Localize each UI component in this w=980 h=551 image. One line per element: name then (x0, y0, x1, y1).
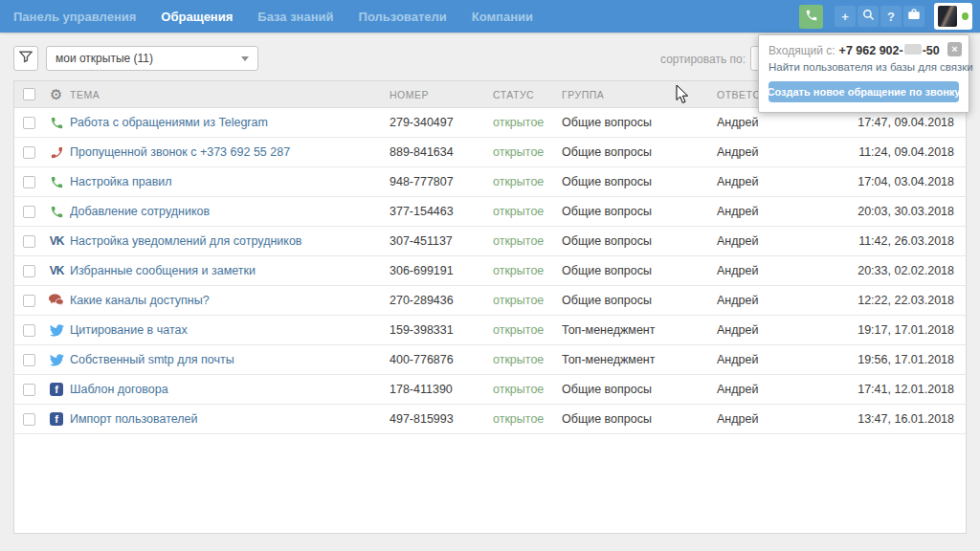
topic-cell: Собственный smtp для почты (70, 353, 390, 366)
row-checkbox[interactable] (23, 117, 35, 129)
row-checkbox-cell (14, 354, 43, 366)
channel-cell: f (43, 383, 70, 396)
plus-icon: + (841, 10, 849, 24)
ticket-date: 17:04, 03.04.2018 (822, 175, 966, 188)
add-button[interactable]: + (835, 6, 856, 27)
ticket-status: открытое (493, 264, 562, 277)
caller-phone-number: +7 962 902--50 (839, 44, 940, 57)
ticket-status: открытое (493, 234, 562, 248)
online-status-dot (962, 12, 969, 20)
ticket-row[interactable]: fШаблон договора178-411390открытоеОбщие … (14, 375, 966, 405)
row-checkbox-cell (14, 295, 43, 307)
ticket-assignee: Андрей (717, 353, 822, 366)
row-checkbox[interactable] (23, 176, 35, 188)
find-user-link[interactable]: Найти пользователя из базы для связки (768, 61, 959, 73)
header-status: СТАТУС (493, 89, 562, 100)
ticket-row[interactable]: Настройка правил948-777807открытоеОбщие … (14, 167, 966, 197)
ticket-topic-link[interactable]: Какие каналы доступны? (70, 294, 210, 307)
row-checkbox[interactable] (23, 384, 35, 396)
facebook-icon: f (50, 412, 63, 426)
row-checkbox[interactable] (23, 206, 35, 218)
chat-icon (49, 294, 64, 307)
ticket-date: 19:17, 17.01.2018 (822, 323, 966, 337)
ticket-assignee: Андрей (717, 294, 822, 307)
channel-cell (43, 354, 70, 366)
app-screen: Панель управленияОбращенияБаза знанийПол… (0, 0, 980, 551)
channel-cell (43, 324, 70, 337)
twitter-icon (50, 354, 64, 366)
ticket-assignee: Андрей (717, 205, 822, 218)
filter-button[interactable] (13, 46, 38, 71)
row-checkbox[interactable] (23, 354, 35, 366)
nav-item-5[interactable]: Компании (472, 10, 533, 24)
row-checkbox[interactable] (23, 265, 35, 277)
row-checkbox[interactable] (23, 295, 35, 307)
briefcase-button[interactable] (903, 6, 924, 27)
ticket-topic-link[interactable]: Шаблон договора (70, 383, 168, 396)
ticket-status: открытое (493, 205, 562, 218)
ticket-group: Общие вопросы (562, 383, 717, 396)
ticket-group: Топ-менеджмент (562, 353, 717, 366)
ticket-topic-link[interactable]: Добавление сотрудников (70, 205, 210, 218)
ticket-group: Общие вопросы (562, 175, 717, 188)
topic-cell: Настройка уведомлений для сотрудников (70, 234, 390, 248)
ticket-topic-link[interactable]: Пропущенной звонок с +373 692 55 287 (70, 145, 290, 159)
ticket-topic-link[interactable]: Настройка правил (70, 175, 172, 188)
ticket-assignee: Андрей (717, 264, 822, 277)
row-checkbox[interactable] (23, 413, 35, 426)
view-filter-dropdown[interactable]: мои открытые (11) (46, 46, 258, 71)
ticket-topic-link[interactable]: Цитирование в чатах (70, 323, 188, 337)
phone-call-button[interactable] (799, 5, 823, 29)
row-checkbox-cell (14, 384, 43, 396)
nav-item-4[interactable]: Пользователи (359, 10, 447, 24)
ticket-status: открытое (493, 353, 562, 366)
ticket-row[interactable]: VKИзбранные сообщения и заметки306-69919… (14, 256, 966, 286)
ticket-topic-link[interactable]: Работа с обращениями из Telegram (70, 116, 268, 129)
ticket-row[interactable]: Добавление сотрудников377-154463открытое… (14, 197, 966, 227)
nav-item-2[interactable]: Обращения (161, 10, 233, 24)
ticket-topic-link[interactable]: Избранные сообщения и заметки (70, 264, 256, 277)
ticket-group: Общие вопросы (562, 205, 717, 218)
ticket-number: 400-776876 (390, 353, 493, 366)
search-button[interactable] (858, 6, 879, 27)
row-checkbox[interactable] (23, 146, 35, 159)
ticket-row[interactable]: Пропущенной звонок с +373 692 55 287889-… (14, 138, 966, 167)
search-icon (862, 9, 875, 24)
ticket-number: 159-398331 (390, 323, 493, 337)
phone-missed-icon (50, 145, 64, 160)
row-checkbox-cell (14, 235, 43, 248)
select-all-checkbox[interactable] (23, 88, 35, 100)
ticket-date: 11:24, 09.04.2018 (822, 145, 966, 159)
row-checkbox-cell (14, 146, 43, 159)
ticket-group: Общие вопросы (562, 294, 717, 307)
gear-icon[interactable]: ⚙ (50, 87, 63, 101)
header-number: НОМЕР (390, 89, 493, 100)
ticket-assignee: Андрей (717, 234, 822, 248)
row-checkbox[interactable] (23, 324, 35, 337)
ticket-group: Общие вопросы (562, 145, 717, 159)
create-ticket-from-call-button[interactable]: Создать новое обращение по звонку (768, 81, 959, 102)
ticket-assignee: Андрей (717, 383, 822, 396)
channel-cell: VK (43, 234, 70, 248)
channel-cell (43, 116, 70, 130)
ticket-number: 306-699191 (390, 264, 493, 277)
ticket-row[interactable]: fИмпорт пользователей497-815993открытоеО… (14, 405, 966, 434)
ticket-topic-link[interactable]: Настройка уведомлений для сотрудников (70, 234, 302, 248)
ticket-assignee: Андрей (717, 323, 822, 337)
ticket-row[interactable]: Собственный smtp для почты400-776876откр… (14, 345, 966, 375)
ticket-topic-link[interactable]: Собственный smtp для почты (70, 353, 234, 366)
nav-item-3[interactable]: База знаний (257, 10, 333, 24)
ticket-row[interactable]: Какие каналы доступны?270-289436открытое… (14, 286, 966, 316)
close-icon[interactable]: × (947, 42, 962, 56)
row-checkbox[interactable] (23, 235, 35, 248)
incoming-call-line: Входящий с: +7 962 902--50 (768, 44, 959, 57)
ticket-row[interactable]: VKНастройка уведомлений для сотрудников3… (14, 227, 966, 256)
topic-cell: Избранные сообщения и заметки (70, 264, 390, 277)
ticket-row[interactable]: Цитирование в чатах159-398331открытоеТоп… (14, 316, 966, 345)
help-button[interactable]: ? (880, 6, 902, 27)
twitter-icon (50, 324, 64, 337)
user-avatar[interactable] (934, 3, 972, 30)
ticket-topic-link[interactable]: Импорт пользователей (70, 412, 198, 426)
nav-item-1[interactable]: Панель управления (13, 10, 136, 24)
briefcase-icon (907, 9, 921, 24)
